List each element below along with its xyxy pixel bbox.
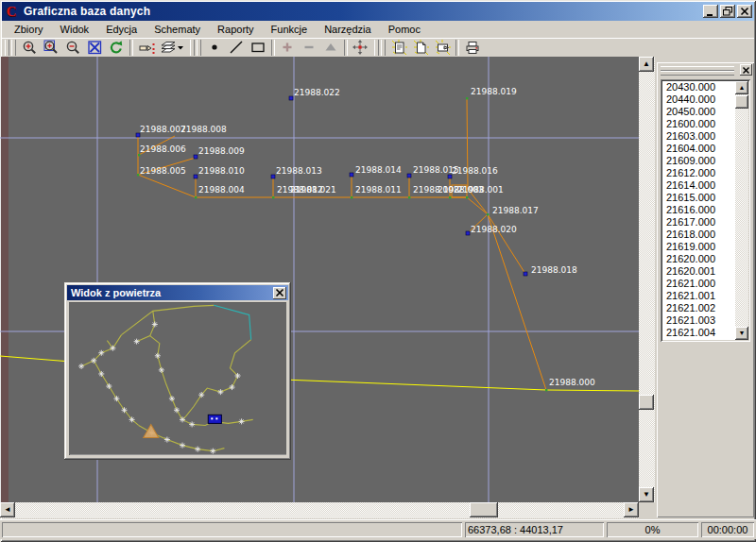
list-item[interactable]: 21603.000 [662,130,735,143]
restore-button[interactable] [720,5,735,18]
list-scroll-thumb[interactable] [735,95,748,109]
menu-item-edycja[interactable]: Edycja [97,22,146,38]
list-item[interactable]: 20450.000 [662,106,735,118]
toolbar-grip[interactable] [11,40,16,56]
selection-marker [208,415,221,423]
list-item[interactable]: 21614.000 [662,179,735,192]
list-item[interactable]: 21621.001 [662,290,735,302]
aerial-title-bar[interactable]: Widok z powietrza [67,285,288,300]
scroll-down-button[interactable]: ▼ [639,487,654,502]
toolbar-separator [455,40,459,56]
map-point-label: 21988.006 [140,144,186,154]
menu-item-raporty[interactable]: Raporty [209,22,263,38]
list-scrollbar[interactable]: ▲ ▼ [735,81,748,340]
zoom-window-button[interactable] [41,39,62,57]
list-item[interactable]: 21621.004 [662,327,735,339]
list-item[interactable]: 21620.000 [662,253,735,265]
raise-button[interactable] [320,39,342,57]
list-item[interactable]: 21617.000 [662,216,735,229]
feature-listbox[interactable]: 20430.00020440.00020450.00021600.0002160… [661,79,750,342]
list-item[interactable]: 20440.000 [662,93,735,106]
menu-item-zbiory[interactable]: Zbiory [6,22,52,38]
close-icon [742,66,750,75]
layers-icon [160,40,184,56]
h-scroll-thumb[interactable] [470,502,498,517]
menu-item-narzedzia[interactable]: Narzędzia [316,22,380,38]
new-document-button[interactable] [410,39,432,57]
toolbar-grip[interactable] [197,40,201,56]
send-document-button[interactable] [432,39,454,57]
new-report-button[interactable] [388,39,410,57]
plus-icon [280,40,296,56]
toolbar-grip[interactable] [5,40,9,56]
map-point-label: 21988.016 [452,166,498,176]
map-vertical-scrollbar[interactable]: ▲ ▼ [639,57,655,502]
caption-buttons [703,5,752,18]
line-tool-button[interactable] [226,39,248,57]
list-item[interactable]: 21604.000 [662,143,735,155]
rect-tool-button[interactable] [248,39,269,57]
app-logo-icon: C [4,4,19,19]
zoom-out-icon [65,40,81,56]
zoom-in-button[interactable] [19,39,41,57]
panel-title-bar[interactable] [659,64,752,76]
list-item[interactable]: 21615.000 [662,192,735,204]
map-node-green [351,196,352,198]
toolbar-separator [129,40,133,56]
menu-item-schematy[interactable]: Schematy [146,22,209,38]
list-item[interactable]: 21621.000 [662,278,735,290]
remove-button[interactable] [299,39,320,57]
select-info-button[interactable] [135,39,157,57]
move-button[interactable] [350,39,371,57]
menu-item-widok[interactable]: Widok [52,22,98,38]
status-coordinates: 66373,68 : 44013,17 [465,522,604,537]
list-item[interactable]: 21621.002 [662,302,735,314]
list-item[interactable]: 21618.000 [662,229,735,241]
add-button[interactable] [277,39,299,57]
list-item[interactable]: 21609.000 [662,155,735,167]
toolbar-grip[interactable] [374,40,379,56]
minimize-button[interactable] [703,5,718,18]
refresh-button[interactable] [106,39,128,57]
map-horizontal-scrollbar[interactable]: ◄ ► [0,502,639,518]
close-icon [275,288,284,297]
close-button[interactable] [737,5,752,18]
aerial-window-title: Widok z powietrza [71,287,161,298]
menu-item-funkcje[interactable]: Funkcje [263,22,317,38]
list-item[interactable]: 20430.000 [662,81,735,93]
map-node-blue [407,174,411,178]
aerial-close-button[interactable] [273,287,286,299]
list-item[interactable]: 21620.001 [662,265,735,278]
toolbar-grip[interactable] [190,40,195,56]
list-item[interactable]: 21621.003 [662,314,735,327]
title-bar[interactable]: C Graficzna baza danych [2,2,754,21]
report-document-icon [391,40,408,56]
map-point-label: 21988.014 [355,165,402,175]
toolbar-grip[interactable] [381,40,386,56]
map-point-label: 21988.004 [198,185,245,195]
minus-icon [301,40,318,56]
scroll-down-button[interactable]: ▼ [735,327,748,340]
scroll-up-button[interactable]: ▲ [639,57,654,72]
zoom-out-button[interactable] [62,39,84,57]
list-item[interactable]: 21621.005 [662,339,735,340]
map-node-green [449,196,451,198]
point-tool-button[interactable] [204,39,226,57]
aerial-canvas[interactable] [69,302,286,455]
v-scroll-thumb[interactable] [639,395,654,410]
feature-list: 20430.00020440.00020450.00021600.0002160… [662,81,735,340]
layers-button[interactable] [157,39,187,57]
list-item[interactable]: 21619.000 [662,241,735,253]
printer-icon [464,40,481,56]
aerial-map[interactable] [69,302,286,455]
list-item[interactable]: 21612.000 [662,167,735,179]
fit-view-button[interactable] [84,39,106,57]
print-button[interactable] [461,39,483,57]
panel-close-button[interactable] [740,64,752,76]
list-item[interactable]: 21600.000 [662,118,735,130]
menu-item-pomoc[interactable]: Pomoc [380,22,429,38]
list-item[interactable]: 21616.000 [662,204,735,216]
scroll-right-button[interactable]: ► [624,502,639,517]
scroll-left-button[interactable]: ◄ [0,502,15,517]
scroll-up-button[interactable]: ▲ [735,81,748,94]
